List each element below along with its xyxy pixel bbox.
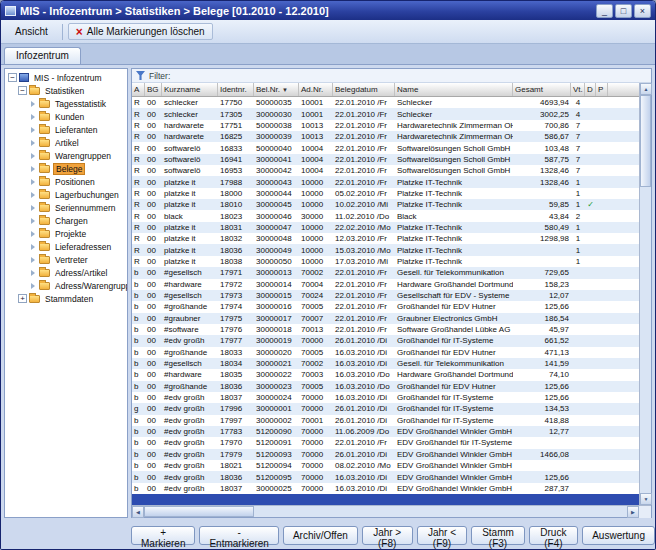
table-row[interactable]: b00#gesellsch17971300000137000222.01.201… (132, 267, 639, 278)
column-header-d[interactable]: D (585, 83, 596, 96)
table-row[interactable]: R00black18023300000463000011.02.2010 /Do… (132, 210, 639, 221)
table-cell: 59,85 (513, 200, 571, 209)
footer-button-jahr-f9[interactable]: Jahr < (F9) (417, 526, 468, 545)
table-row[interactable]: R00platzke it17988300000431000022.01.201… (132, 176, 639, 187)
table-row[interactable]: R00platzke it18032300000481000012.03.201… (132, 233, 639, 244)
column-header-bg[interactable]: BG (145, 83, 162, 96)
tree-item-lieferadressen[interactable]: Lieferadressen (5, 240, 127, 253)
vertical-scroll-track[interactable] (640, 187, 651, 493)
table-row[interactable]: b00#edv großh18037300000247000016.03.201… (132, 392, 639, 403)
tree-item-artikel[interactable]: Artikel (5, 136, 127, 149)
column-header-ad-nr[interactable]: Ad.Nr. (299, 83, 333, 96)
menu-ansicht[interactable]: Ansicht (6, 23, 57, 40)
footer-button-entmarkieren[interactable]: - Entmarkieren (199, 526, 278, 545)
tree-item-statistiken[interactable]: −Statistiken (5, 84, 127, 97)
table-row[interactable]: b00#edv großh17970512000917000022.01.201… (132, 437, 639, 448)
scroll-down-icon[interactable]: ▼ (640, 493, 652, 505)
table-row[interactable]: b00#großhande18033300000207000516.03.201… (132, 347, 639, 358)
table-cell: 1 (571, 234, 585, 243)
table-row[interactable]: b00#edv großh18036512000957000016.03.201… (132, 471, 639, 482)
tree-item-adress-warengruppen[interactable]: Adress/Warengruppen (5, 279, 127, 292)
table-row[interactable]: R00hardwarete16825300000391001322.01.201… (132, 131, 639, 142)
table-row[interactable]: R00platzke it18000300000441000005.02.201… (132, 188, 639, 199)
table-row[interactable]: R00hardwarete17751500000381001322.01.201… (132, 120, 639, 131)
collapse-icon[interactable]: − (8, 73, 17, 82)
tree-item-mis-infozentrum[interactable]: −MIS - Infozentrum (5, 71, 127, 84)
footer-button-markieren[interactable]: + Markieren (131, 526, 195, 545)
column-header-bel-nr[interactable]: Bel.Nr.▼ (254, 83, 299, 96)
table-row[interactable]: b00#großhande17974300000167000522.01.201… (132, 301, 639, 312)
minimize-button[interactable]: _ (596, 4, 613, 18)
scroll-left-icon[interactable]: ◀ (132, 506, 144, 518)
table-row[interactable]: R00platzke it18010300000451000010.02.201… (132, 199, 639, 210)
table-row[interactable]: R00platzke it18036300000491000015.03.201… (132, 244, 639, 255)
tab-infozentrum[interactable]: Infozentrum (4, 47, 81, 64)
column-header-p[interactable]: P (596, 83, 608, 96)
tree-item-vertreter[interactable]: Vertreter (5, 253, 127, 266)
table-row[interactable]: b00#hardware18035300000227000316.03.2010… (132, 369, 639, 380)
column-header-identnr[interactable]: Identnr. (218, 83, 254, 96)
scroll-up-icon[interactable]: ▲ (640, 83, 652, 95)
table-row[interactable]: b00#software17976300000187001322.01.2010… (132, 324, 639, 335)
table-row[interactable]: g00#edv großh17996300000017000026.01.201… (132, 403, 639, 414)
selected-empty-row[interactable] (132, 494, 639, 505)
table-row[interactable]: b00#edv großh17783512000907000011.06.200… (132, 426, 639, 437)
tree-item-adress-artikel[interactable]: Adress/Artikel (5, 266, 127, 279)
table-row[interactable]: b00#edv großh18021512000947000008.02.201… (132, 460, 639, 471)
vertical-scrollbar[interactable]: ▲ ▼ (639, 83, 651, 505)
horizontal-scroll-thumb[interactable] (144, 506, 254, 517)
table-row[interactable]: R00platzke it18031300000471000022.02.201… (132, 222, 639, 233)
table-row[interactable]: b00#hardware17972300000147000422.01.2010… (132, 279, 639, 290)
column-header-a[interactable]: A (132, 83, 145, 96)
table-row[interactable]: R00platzke it18038300000501000017.03.201… (132, 256, 639, 267)
table-row[interactable]: b00#edv großh17997300000027000126.01.201… (132, 415, 639, 426)
table-row[interactable]: R00softwarelö16833500000401000422.01.201… (132, 142, 639, 153)
footer-button-archiv-offen[interactable]: Archiv/Offen (283, 526, 358, 545)
tree-item-lieferanten[interactable]: Lieferanten (5, 123, 127, 136)
table-cell: 50000040 (254, 144, 299, 153)
footer-button-stamm-f3[interactable]: Stamm (F3) (471, 526, 524, 545)
maximize-button[interactable]: □ (615, 4, 632, 18)
column-header-kurzname[interactable]: Kurzname (162, 83, 218, 96)
table-row[interactable]: R00softwarelö16953300000421000422.01.201… (132, 165, 639, 176)
horizontal-scroll-track[interactable] (254, 506, 627, 517)
table-row[interactable]: b00#edv großh17979512000937000026.01.201… (132, 449, 639, 460)
column-header-gesamt[interactable]: Gesamt (513, 83, 571, 96)
footer-button-druck-f4[interactable]: Druck (F4) (529, 526, 579, 545)
scroll-right-icon[interactable]: ▶ (627, 506, 639, 518)
tree-item-seriennummern[interactable]: Seriennummern (5, 201, 127, 214)
table-row[interactable]: R00schlecker17750500000351000122.01.2010… (132, 97, 639, 108)
table-row[interactable]: R00softwarelö16941300000411000422.01.201… (132, 154, 639, 165)
table-row[interactable]: b00#edv großh18037300000257000016.03.201… (132, 483, 639, 494)
tree-item-projekte[interactable]: Projekte (5, 227, 127, 240)
tree-item-tagesstatistik[interactable]: Tagesstatistik (5, 97, 127, 110)
column-header-vt[interactable]: Vt. (571, 83, 585, 96)
column-header-name[interactable]: Name (395, 83, 513, 96)
tree-item-belege[interactable]: Belege (5, 162, 127, 175)
filter-bar[interactable]: Filter: (132, 69, 651, 83)
column-header-belegdatum[interactable]: Belegdatum (333, 83, 395, 96)
tree-item-warengruppen[interactable]: Warengruppen (5, 149, 127, 162)
table-row[interactable]: R00schlecker17305300000301000122.01.2010… (132, 108, 639, 119)
table-row[interactable]: b00#gesellsch18034300000217000216.03.201… (132, 358, 639, 369)
footer-button-auswertung[interactable]: Auswertung (582, 526, 655, 545)
leaf-arrow-icon (31, 101, 35, 107)
tree-item-kunden[interactable]: Kunden (5, 110, 127, 123)
horizontal-scrollbar[interactable]: ◀ ▶ (132, 505, 651, 517)
table-row[interactable]: b00#graubner17975300000177000722.01.2010… (132, 313, 639, 324)
expand-icon[interactable]: + (18, 294, 27, 303)
tree-item-stammdaten[interactable]: +Stammdaten (5, 292, 127, 305)
scrollbar-corner (639, 506, 651, 518)
tree-item-lagerbuchungen[interactable]: Lagerbuchungen (5, 188, 127, 201)
vertical-scroll-thumb[interactable] (640, 95, 651, 187)
collapse-icon[interactable]: − (18, 86, 27, 95)
table-row[interactable]: b00#großhande18036300000237000516.03.201… (132, 381, 639, 392)
clear-marks-button[interactable]: × Alle Markierungen löschen (68, 23, 213, 40)
table-row[interactable]: b00#gesellsch17973300000157002422.01.201… (132, 290, 639, 301)
table-cell: b (132, 473, 145, 482)
tree-item-chargen[interactable]: Chargen (5, 214, 127, 227)
table-row[interactable]: b00#edv großh17977300000197000026.01.201… (132, 335, 639, 346)
close-button[interactable]: × (634, 4, 651, 18)
tree-item-positionen[interactable]: Positionen (5, 175, 127, 188)
footer-button-jahr-f8[interactable]: Jahr > (F8) (362, 526, 413, 545)
